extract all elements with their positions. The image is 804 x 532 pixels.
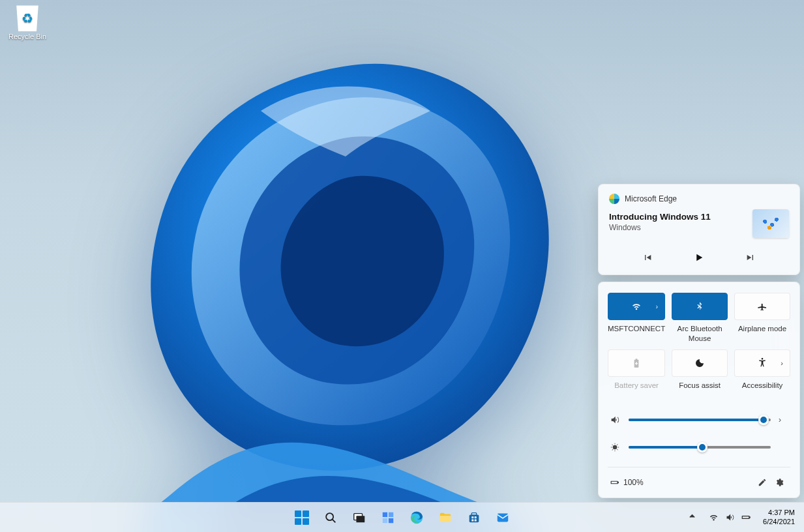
skip-next-icon bbox=[745, 252, 756, 263]
system-tray: 4:37 PM 6/24/2021 bbox=[683, 503, 799, 532]
wifi-toggle[interactable]: › bbox=[608, 293, 665, 320]
wifi-icon bbox=[631, 301, 642, 312]
svg-rect-11 bbox=[471, 516, 473, 518]
svg-rect-5 bbox=[388, 512, 393, 516]
volume-icon bbox=[725, 512, 735, 522]
recycle-bin-label: Recycle Bin bbox=[4, 33, 51, 40]
battery-status[interactable]: 100% bbox=[610, 478, 644, 487]
quick-settings-card: › MSFTCONNECT Arc Bluetooth Mouse Airpla… bbox=[598, 282, 800, 498]
bluetooth-icon bbox=[694, 301, 705, 312]
chevron-right-icon: › bbox=[656, 303, 659, 310]
taskbar-date: 6/24/2021 bbox=[763, 518, 795, 526]
media-title: Introducing Windows 11 bbox=[609, 212, 711, 222]
widgets-button[interactable] bbox=[376, 505, 400, 530]
svg-rect-6 bbox=[382, 518, 387, 522]
svg-rect-7 bbox=[388, 518, 393, 522]
media-subtitle: Windows bbox=[609, 223, 711, 232]
svg-rect-3 bbox=[356, 516, 365, 522]
edit-quick-settings-button[interactable] bbox=[754, 474, 771, 491]
battery-saver-toggle[interactable] bbox=[608, 349, 665, 377]
edge-icon bbox=[409, 510, 424, 525]
svg-rect-12 bbox=[474, 516, 476, 518]
wallpaper-bloom bbox=[91, 26, 613, 528]
settings-button[interactable] bbox=[771, 474, 788, 491]
media-thumbnail bbox=[752, 209, 789, 238]
focus-assist-toggle[interactable] bbox=[672, 349, 728, 377]
bluetooth-label: Arc Bluetooth Mouse bbox=[672, 324, 728, 343]
microsoft-store-button[interactable] bbox=[462, 505, 486, 530]
airplane-mode-toggle[interactable] bbox=[734, 293, 790, 320]
recycle-bin-desktop-icon[interactable]: ♻ Recycle Bin bbox=[4, 0, 51, 40]
folder-icon bbox=[438, 510, 453, 525]
mail-button[interactable] bbox=[490, 505, 515, 530]
pencil-icon bbox=[758, 478, 767, 487]
search-button[interactable] bbox=[318, 505, 343, 530]
airplane-icon bbox=[757, 301, 767, 312]
store-icon bbox=[467, 510, 481, 525]
airplane-mode-label: Airplane mode bbox=[734, 324, 790, 342]
edge-icon bbox=[609, 194, 619, 204]
moon-icon bbox=[694, 358, 705, 368]
start-button[interactable] bbox=[290, 505, 314, 530]
wifi-label: MSFTCONNECT bbox=[608, 324, 665, 342]
battery-saver-icon bbox=[631, 358, 642, 368]
brightness-slider[interactable] bbox=[629, 446, 771, 449]
media-previous-button[interactable] bbox=[637, 247, 658, 268]
chevron-up-icon bbox=[687, 511, 697, 521]
play-icon bbox=[693, 252, 705, 263]
accessibility-label: Accessibility bbox=[734, 381, 790, 399]
volume-output-chevron[interactable]: › bbox=[779, 415, 789, 424]
chevron-right-icon: › bbox=[781, 359, 783, 367]
media-next-button[interactable] bbox=[740, 247, 761, 268]
network-volume-battery-button[interactable] bbox=[704, 510, 756, 525]
volume-icon bbox=[609, 415, 621, 425]
media-control-card: Microsoft Edge Introducing Windows 11 Wi… bbox=[598, 184, 800, 275]
accessibility-icon bbox=[757, 358, 767, 368]
wifi-icon bbox=[709, 512, 719, 522]
gear-icon bbox=[775, 478, 784, 487]
svg-rect-4 bbox=[382, 512, 387, 516]
skip-previous-icon bbox=[642, 252, 653, 263]
action-center-flyout: Microsoft Edge Introducing Windows 11 Wi… bbox=[598, 184, 800, 498]
recycle-bin-icon: ♻ bbox=[14, 3, 40, 31]
bluetooth-toggle[interactable] bbox=[672, 293, 728, 320]
svg-rect-15 bbox=[497, 513, 508, 522]
tray-overflow-button[interactable] bbox=[683, 509, 701, 526]
volume-slider[interactable] bbox=[629, 419, 771, 421]
battery-icon bbox=[741, 512, 751, 522]
svg-rect-9 bbox=[469, 514, 479, 522]
taskbar-time: 4:37 PM bbox=[763, 509, 795, 517]
svg-line-1 bbox=[332, 519, 335, 522]
focus-assist-label: Focus assist bbox=[672, 381, 728, 399]
search-icon bbox=[323, 510, 338, 525]
file-explorer-button[interactable] bbox=[433, 505, 458, 530]
brightness-row: › bbox=[608, 442, 790, 452]
battery-percent: 100% bbox=[623, 478, 644, 487]
taskbar: 4:37 PM 6/24/2021 bbox=[0, 502, 804, 532]
windows-logo-icon bbox=[295, 510, 309, 525]
mail-icon bbox=[496, 510, 510, 525]
svg-rect-14 bbox=[474, 519, 476, 521]
svg-rect-13 bbox=[471, 519, 473, 521]
battery-saver-label: Battery saver bbox=[608, 381, 665, 399]
volume-row: › bbox=[608, 415, 790, 425]
svg-point-0 bbox=[326, 513, 333, 520]
svg-rect-10 bbox=[471, 512, 476, 515]
accessibility-toggle[interactable]: › bbox=[734, 349, 790, 377]
widgets-icon bbox=[381, 510, 395, 525]
media-app-name: Microsoft Edge bbox=[625, 194, 677, 203]
taskbar-pinned-apps bbox=[290, 505, 515, 530]
task-view-button[interactable] bbox=[347, 505, 372, 530]
task-view-icon bbox=[352, 510, 366, 525]
brightness-icon bbox=[609, 442, 621, 452]
clock-button[interactable]: 4:37 PM 6/24/2021 bbox=[759, 506, 799, 528]
media-play-button[interactable] bbox=[689, 247, 709, 268]
media-source-app: Microsoft Edge bbox=[609, 194, 789, 204]
battery-icon bbox=[610, 478, 619, 487]
edge-taskbar-button[interactable] bbox=[404, 505, 429, 530]
